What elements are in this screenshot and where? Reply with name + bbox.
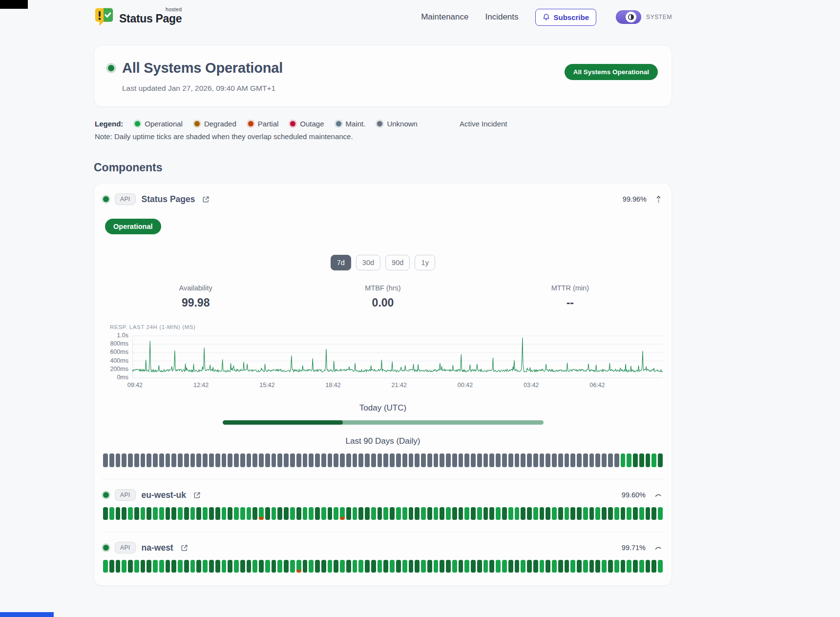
- uptime-tick[interactable]: [521, 453, 525, 467]
- uptime-tick[interactable]: [309, 507, 314, 520]
- uptime-tick[interactable]: [284, 507, 289, 520]
- uptime-tick[interactable]: [527, 507, 532, 520]
- uptime-tick[interactable]: [190, 453, 195, 467]
- uptime-tick[interactable]: [390, 560, 395, 573]
- uptime-tick[interactable]: [358, 507, 363, 520]
- uptime-tick[interactable]: [515, 453, 520, 467]
- uptime-tick[interactable]: [109, 453, 114, 467]
- uptime-tick[interactable]: [190, 560, 195, 573]
- uptime-tick[interactable]: [259, 453, 264, 467]
- uptime-tick[interactable]: [340, 560, 345, 573]
- subscribe-button[interactable]: Subscribe: [535, 9, 597, 26]
- uptime-tick[interactable]: [427, 560, 432, 573]
- uptime-tick[interactable]: [496, 453, 501, 467]
- uptime-tick[interactable]: [296, 453, 301, 467]
- uptime-tick[interactable]: [296, 507, 301, 520]
- uptime-tick[interactable]: [353, 453, 357, 467]
- uptime-tick[interactable]: [277, 560, 282, 573]
- uptime-tick[interactable]: [602, 560, 607, 573]
- uptime-tick[interactable]: [508, 560, 513, 573]
- uptime-tick[interactable]: [228, 560, 232, 573]
- theme-toggle[interactable]: [616, 10, 641, 24]
- uptime-tick[interactable]: [633, 507, 638, 520]
- nav-incidents[interactable]: Incidents: [485, 12, 518, 22]
- uptime-tick[interactable]: [639, 560, 644, 573]
- uptime-tick[interactable]: [464, 507, 469, 520]
- uptime-tick[interactable]: [459, 453, 463, 467]
- uptime-tick[interactable]: [166, 453, 170, 467]
- uptime-tick[interactable]: [515, 507, 520, 520]
- uptime-tick[interactable]: [633, 453, 638, 467]
- uptime-tick[interactable]: [209, 453, 214, 467]
- uptime-tick[interactable]: [434, 560, 439, 573]
- uptime-tick[interactable]: [427, 507, 432, 520]
- uptime-tick[interactable]: [496, 507, 501, 520]
- uptime-tick[interactable]: [614, 560, 619, 573]
- uptime-tick[interactable]: [383, 560, 388, 573]
- uptime-tick[interactable]: [402, 507, 407, 520]
- uptime-tick[interactable]: [284, 453, 289, 467]
- uptime-tick[interactable]: [328, 560, 333, 573]
- uptime-tick[interactable]: [196, 453, 201, 467]
- uptime-tick[interactable]: [171, 560, 176, 573]
- uptime-tick[interactable]: [565, 453, 569, 467]
- uptime-tick[interactable]: [527, 453, 532, 467]
- external-link-icon[interactable]: [180, 544, 189, 552]
- uptime-tick[interactable]: [134, 560, 139, 573]
- uptime-tick[interactable]: [527, 560, 532, 573]
- uptime-tick[interactable]: [396, 560, 401, 573]
- uptime-tick[interactable]: [141, 453, 146, 467]
- uptime-tick[interactable]: [396, 507, 401, 520]
- uptime-tick[interactable]: [440, 453, 444, 467]
- uptime-tick[interactable]: [166, 560, 170, 573]
- uptime-tick[interactable]: [303, 560, 308, 573]
- uptime-tick[interactable]: [489, 560, 494, 573]
- uptime-tick[interactable]: [646, 453, 651, 467]
- uptime-tick[interactable]: [203, 560, 208, 573]
- uptime-tick[interactable]: [508, 507, 513, 520]
- external-link-icon[interactable]: [202, 195, 210, 204]
- uptime-tick[interactable]: [402, 453, 407, 467]
- uptime-tick[interactable]: [570, 560, 575, 573]
- uptime-tick[interactable]: [203, 507, 208, 520]
- uptime-tick[interactable]: [321, 453, 326, 467]
- uptime-tick[interactable]: [646, 507, 651, 520]
- uptime-tick[interactable]: [589, 507, 594, 520]
- uptime-tick[interactable]: [477, 560, 482, 573]
- uptime-tick[interactable]: [489, 453, 494, 467]
- uptime-tick[interactable]: [365, 560, 370, 573]
- uptime-tick[interactable]: [116, 453, 121, 467]
- uptime-tick[interactable]: [190, 507, 195, 520]
- uptime-tick[interactable]: [134, 453, 139, 467]
- uptime-tick[interactable]: [651, 507, 656, 520]
- uptime-tick[interactable]: [452, 453, 457, 467]
- uptime-tick[interactable]: [521, 560, 525, 573]
- uptime-tick[interactable]: [196, 507, 201, 520]
- uptime-tick[interactable]: [502, 560, 507, 573]
- uptime-tick[interactable]: [171, 507, 176, 520]
- uptime-tick[interactable]: [477, 453, 482, 467]
- uptime-tick[interactable]: [159, 507, 164, 520]
- uptime-tick[interactable]: [464, 560, 469, 573]
- uptime-tick[interactable]: [595, 560, 600, 573]
- uptime-tick[interactable]: [290, 507, 295, 520]
- uptime-tick[interactable]: [440, 560, 444, 573]
- uptime-tick[interactable]: [240, 453, 245, 467]
- uptime-tick[interactable]: [639, 507, 644, 520]
- expand-button[interactable]: [653, 492, 663, 498]
- uptime-tick[interactable]: [621, 560, 626, 573]
- uptime-tick[interactable]: [570, 507, 575, 520]
- uptime-tick[interactable]: [272, 507, 276, 520]
- uptime-tick[interactable]: [415, 507, 420, 520]
- uptime-tick[interactable]: [608, 507, 613, 520]
- uptime-tick[interactable]: [284, 560, 289, 573]
- uptime-tick[interactable]: [353, 507, 357, 520]
- uptime-tick[interactable]: [222, 560, 227, 573]
- uptime-tick[interactable]: [658, 560, 663, 573]
- uptime-tick[interactable]: [378, 453, 382, 467]
- uptime-tick[interactable]: [109, 560, 114, 573]
- uptime-tick[interactable]: [464, 453, 469, 467]
- uptime-tick[interactable]: [383, 453, 388, 467]
- range-button-1y[interactable]: 1y: [415, 255, 435, 270]
- uptime-tick[interactable]: [222, 453, 227, 467]
